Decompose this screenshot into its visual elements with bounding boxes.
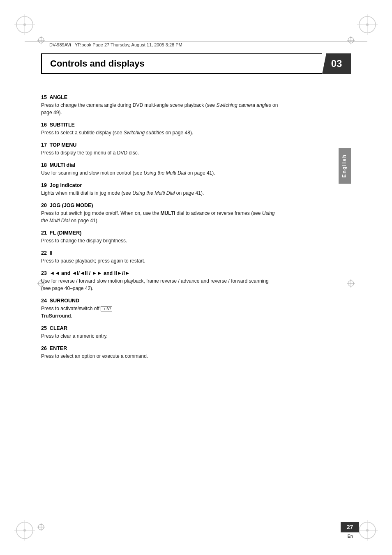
corner-mark-tl	[12, 12, 37, 37]
section-15: 15 ANGLE Press to change the camera angl…	[41, 94, 279, 116]
section-15-body: Press to change the camera angle during …	[41, 101, 279, 116]
section-18-body: Use for scanning and slow motion control…	[41, 169, 279, 177]
file-info: DV-989AVi _YP.book Page 27 Thursday, Aug…	[49, 42, 182, 47]
section-26-body: Press to select an option or execute a c…	[41, 352, 279, 360]
section-19-body: Lights when multi dial is in jog mode (s…	[41, 189, 279, 197]
section-20-body: Press to put switch jog mode on/off. Whe…	[41, 210, 279, 224]
section-24-title: 24 SURROUND	[41, 298, 279, 304]
section-19: 19 Jog indicator Lights when multi dial …	[41, 182, 279, 197]
section-21: 21 FL (DIMMER) Press to change the displ…	[41, 230, 279, 244]
section-15-title: 15 ANGLE	[41, 94, 279, 100]
section-16: 16 SUBTITLE Press to select a subtitle d…	[41, 122, 279, 136]
section-22-title: 22 II	[41, 250, 279, 256]
section-23-body: Use for reverse / forward slow motion pl…	[41, 277, 279, 292]
section-16-title: 16 SUBTITLE	[41, 122, 279, 128]
section-25: 25 CLEAR Press to clear a numeric entry.	[41, 325, 279, 340]
language-tab: English	[339, 148, 351, 184]
section-17-title: 17 TOP MENU	[41, 142, 279, 148]
page-title: Controls and displays	[50, 58, 145, 69]
page-label: En	[348, 534, 353, 539]
surround-symbol: □□V/	[101, 306, 112, 311]
section-17: 17 TOP MENU Press to display the top men…	[41, 142, 279, 157]
section-19-title: 19 Jog indicator	[41, 182, 279, 188]
crosshair-top-right	[347, 36, 355, 46]
chapter-number-box: 03	[322, 53, 351, 74]
top-rule	[25, 41, 367, 41]
section-25-title: 25 CLEAR	[41, 325, 279, 331]
corner-mark-tr	[355, 12, 380, 37]
sections-column: 15 ANGLE Press to change the camera angl…	[41, 82, 279, 360]
chapter-number: 03	[331, 58, 342, 69]
section-20-title: 20 JOG (JOG MODE)	[41, 203, 279, 208]
section-24-body: Press to activate/switch off □□V/TruSurr…	[41, 305, 279, 320]
section-20: 20 JOG (JOG MODE) Press to put switch jo…	[41, 203, 279, 224]
section-18-title: 18 MULTI dial	[41, 162, 279, 168]
page-number-box: 27	[341, 522, 359, 532]
bottom-rule	[25, 522, 367, 522]
section-18: 18 MULTI dial Use for scanning and slow …	[41, 162, 279, 177]
section-22-body: Press to pause playback; press again to …	[41, 257, 279, 265]
section-16-body: Press to select a subtitle display (see …	[41, 129, 279, 136]
header-bar: Controls and displays 03	[41, 53, 351, 74]
section-23-title: 23 ◄◄ and ◄I/◄II / ►► and II►/I►	[41, 270, 279, 276]
section-21-title: 21 FL (DIMMER)	[41, 230, 279, 236]
section-25-body: Press to clear a numeric entry.	[41, 332, 279, 340]
header-title-box: Controls and displays	[41, 53, 322, 74]
section-22: 22 II Press to pause playback; press aga…	[41, 250, 279, 265]
crosshair-bot-left	[37, 523, 45, 532]
section-26: 26 ENTER Press to select an option or ex…	[41, 345, 279, 360]
section-21-body: Press to change the display brightness.	[41, 237, 279, 244]
section-24: 24 SURROUND Press to activate/switch off…	[41, 298, 279, 320]
section-17-body: Press to display the top menu of a DVD d…	[41, 149, 279, 157]
crosshair-top-left	[37, 36, 45, 46]
main-content: Controls and displays 03 English 15 ANGL…	[41, 53, 351, 514]
section-23: 23 ◄◄ and ◄I/◄II / ►► and II►/I► Use for…	[41, 270, 279, 292]
section-26-title: 26 ENTER	[41, 345, 279, 351]
